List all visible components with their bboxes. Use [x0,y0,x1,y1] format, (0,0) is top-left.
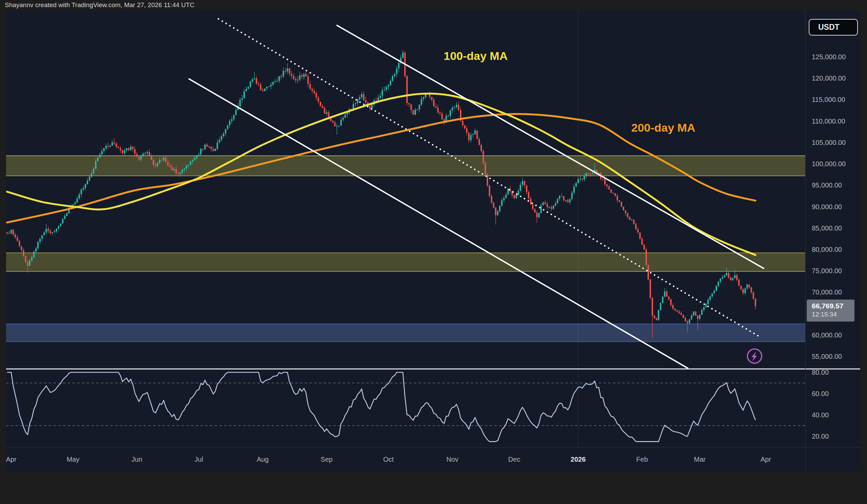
price-tick-label: 125,000.00 [812,53,846,61]
resistance-zone-lower [6,253,805,272]
time-tick-label-oct: Oct [383,456,394,463]
price-tick-label: 120,000.00 [812,75,846,82]
time-tick-label-feb: Feb [636,456,648,463]
price-tick-label: 115,000.00 [812,96,845,103]
chart-canvas[interactable]: 125,000.00120,000.00115,000.00110,000.00… [0,0,867,504]
time-tick-label-apr: Apr [760,456,771,463]
support-zone-blue [6,324,805,342]
time-tick-label-jul: Jul [194,456,203,463]
price-pane[interactable] [6,10,805,369]
price-tick-label: 105,000.00 [812,139,846,146]
time-tick-label-jun: Jun [131,456,142,463]
rsi-tick-label: 40.00 [812,411,829,419]
rsi-tick-label: 60.00 [812,390,829,397]
candle-bodies-down [7,53,756,323]
channel-line-right[interactable] [337,25,764,269]
time-tick-label-dec: Dec [509,456,521,463]
time-tick-label-2026: 2026 [571,456,586,463]
price-tick-label: 70,000.00 [812,288,842,296]
price-tick-label: 75,000.00 [812,267,842,274]
quote-currency-badge[interactable]: USDT [809,19,858,35]
rsi-tick-label: 20.00 [812,432,829,440]
time-tick-label-mar: Mar [694,456,706,463]
time-axis[interactable]: AprMayJunJulAugSepOctNovDec2026FebMarApr [6,456,771,463]
price-tick-label: 60,000.00 [812,331,842,339]
bar-countdown: 12:15:34 [812,310,855,318]
price-tick-label: 80,000.00 [812,246,842,253]
rsi-tick-label: 80.00 [812,369,829,376]
footer-bar: TradingView [0,472,867,504]
rsi-pane[interactable] [6,370,805,448]
price-tick-label: 90,000.00 [812,203,842,210]
price-tick-label: 55,000.00 [812,353,842,360]
tradingview-screenshot: Shayannv created with TradingView.com, M… [0,0,867,504]
channel-midline-dotted[interactable] [218,19,760,337]
price-tick-label: 95,000.00 [812,182,842,189]
ma200-label: 200-day MA [631,121,695,134]
rsi-axis[interactable]: 80.0060.0040.0020.00 [812,369,829,440]
time-tick-label-aug: Aug [257,456,269,463]
time-tick-label-sep: Sep [321,456,333,463]
time-tick-label-apr: Apr [6,456,16,463]
price-tick-label: 110,000.00 [812,118,845,125]
time-tick-label-may: May [67,456,79,463]
last-price-label[interactable]: 66,769.57 12:15:34 [807,299,855,321]
rsi-line [7,372,756,442]
last-price-value: 66,769.57 [812,302,855,310]
ma100-label: 100-day MA [444,50,508,63]
price-tick-label: 100,000.00 [812,160,846,167]
lightning-icon[interactable] [748,349,762,363]
time-tick-label-nov: Nov [446,456,459,463]
price-tick-label: 85,000.00 [812,224,842,232]
